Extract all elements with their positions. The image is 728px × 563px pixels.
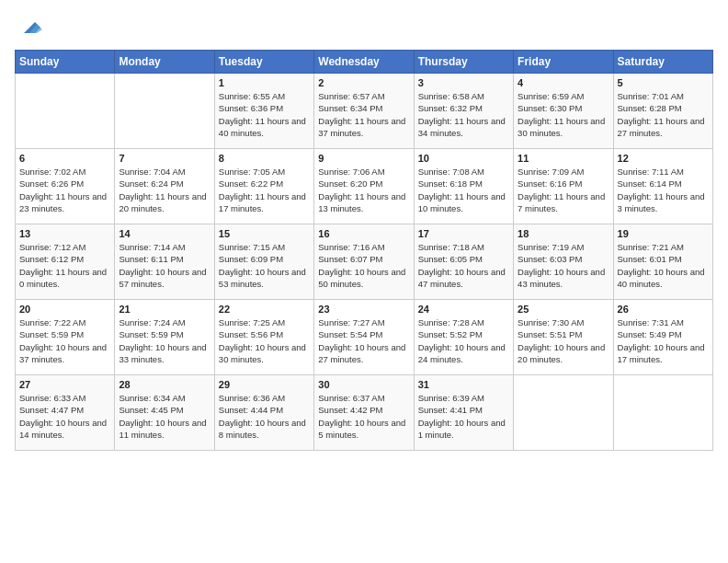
logo <box>15 15 42 40</box>
day-detail: Sunrise: 7:28 AMSunset: 5:52 PMDaylight:… <box>418 316 509 365</box>
logo-icon <box>17 15 42 40</box>
day-number: 8 <box>219 153 310 164</box>
calendar-cell <box>115 74 214 149</box>
day-number: 29 <box>219 379 310 390</box>
calendar-cell: 2Sunrise: 6:57 AMSunset: 6:34 PMDaylight… <box>314 74 414 149</box>
calendar-header-row: SundayMondayTuesdayWednesdayThursdayFrid… <box>16 51 713 74</box>
day-detail: Sunrise: 6:57 AMSunset: 6:34 PMDaylight:… <box>318 90 409 139</box>
calendar-cell <box>613 375 712 451</box>
day-number: 16 <box>318 228 409 239</box>
calendar-cell: 28Sunrise: 6:34 AMSunset: 4:45 PMDayligh… <box>115 375 214 451</box>
calendar-cell <box>514 375 613 451</box>
day-detail: Sunrise: 6:34 AMSunset: 4:45 PMDaylight:… <box>119 392 210 441</box>
calendar-cell: 12Sunrise: 7:11 AMSunset: 6:14 PMDayligh… <box>613 149 712 224</box>
calendar-cell: 11Sunrise: 7:09 AMSunset: 6:16 PMDayligh… <box>514 149 613 224</box>
calendar-cell: 8Sunrise: 7:05 AMSunset: 6:22 PMDaylight… <box>214 149 313 224</box>
calendar-cell: 30Sunrise: 6:37 AMSunset: 4:42 PMDayligh… <box>314 375 414 451</box>
day-number: 7 <box>119 153 210 164</box>
day-number: 2 <box>318 77 409 88</box>
day-detail: Sunrise: 7:02 AMSunset: 6:26 PMDaylight:… <box>19 166 110 214</box>
day-detail: Sunrise: 7:30 AMSunset: 5:51 PMDaylight:… <box>518 316 609 365</box>
calendar-cell: 27Sunrise: 6:33 AMSunset: 4:47 PMDayligh… <box>16 375 115 451</box>
day-number: 27 <box>19 379 110 390</box>
day-detail: Sunrise: 6:59 AMSunset: 6:30 PMDaylight:… <box>518 90 609 139</box>
day-header-monday: Monday <box>115 51 214 74</box>
calendar-cell: 31Sunrise: 6:39 AMSunset: 4:41 PMDayligh… <box>414 375 513 451</box>
day-detail: Sunrise: 7:05 AMSunset: 6:22 PMDaylight:… <box>219 166 310 214</box>
calendar-cell: 24Sunrise: 7:28 AMSunset: 5:52 PMDayligh… <box>414 300 513 375</box>
day-header-saturday: Saturday <box>613 51 712 74</box>
calendar-cell: 10Sunrise: 7:08 AMSunset: 6:18 PMDayligh… <box>414 149 513 224</box>
calendar-cell: 21Sunrise: 7:24 AMSunset: 5:59 PMDayligh… <box>115 300 214 375</box>
calendar-cell: 19Sunrise: 7:21 AMSunset: 6:01 PMDayligh… <box>613 224 712 300</box>
day-number: 18 <box>518 228 609 239</box>
day-number: 25 <box>518 304 609 315</box>
calendar-cell: 14Sunrise: 7:14 AMSunset: 6:11 PMDayligh… <box>115 224 214 300</box>
day-number: 13 <box>19 228 110 239</box>
day-number: 21 <box>119 304 210 315</box>
page-header <box>15 15 713 40</box>
day-detail: Sunrise: 7:04 AMSunset: 6:24 PMDaylight:… <box>119 166 210 214</box>
day-detail: Sunrise: 7:01 AMSunset: 6:28 PMDaylight:… <box>618 90 709 139</box>
calendar-cell <box>16 74 115 149</box>
day-number: 4 <box>518 77 609 88</box>
day-detail: Sunrise: 7:18 AMSunset: 6:05 PMDaylight:… <box>418 241 509 290</box>
calendar-week-3: 13Sunrise: 7:12 AMSunset: 6:12 PMDayligh… <box>16 224 713 300</box>
day-number: 15 <box>219 228 310 239</box>
calendar-cell: 6Sunrise: 7:02 AMSunset: 6:26 PMDaylight… <box>16 149 115 224</box>
calendar-cell: 5Sunrise: 7:01 AMSunset: 6:28 PMDaylight… <box>613 74 712 149</box>
day-header-tuesday: Tuesday <box>214 51 313 74</box>
day-number: 9 <box>318 153 409 164</box>
calendar-cell: 7Sunrise: 7:04 AMSunset: 6:24 PMDaylight… <box>115 149 214 224</box>
day-detail: Sunrise: 7:19 AMSunset: 6:03 PMDaylight:… <box>518 241 609 290</box>
calendar-cell: 13Sunrise: 7:12 AMSunset: 6:12 PMDayligh… <box>16 224 115 300</box>
calendar-table: SundayMondayTuesdayWednesdayThursdayFrid… <box>15 50 713 451</box>
day-detail: Sunrise: 6:58 AMSunset: 6:32 PMDaylight:… <box>418 90 509 139</box>
day-detail: Sunrise: 7:24 AMSunset: 5:59 PMDaylight:… <box>119 316 210 365</box>
day-detail: Sunrise: 7:31 AMSunset: 5:49 PMDaylight:… <box>618 316 709 365</box>
calendar-cell: 15Sunrise: 7:15 AMSunset: 6:09 PMDayligh… <box>214 224 313 300</box>
day-number: 17 <box>418 228 509 239</box>
day-number: 3 <box>418 77 509 88</box>
calendar-cell: 1Sunrise: 6:55 AMSunset: 6:36 PMDaylight… <box>214 74 313 149</box>
day-number: 5 <box>618 77 709 88</box>
day-detail: Sunrise: 7:11 AMSunset: 6:14 PMDaylight:… <box>618 166 709 214</box>
day-header-wednesday: Wednesday <box>314 51 414 74</box>
day-detail: Sunrise: 7:09 AMSunset: 6:16 PMDaylight:… <box>518 166 609 214</box>
day-detail: Sunrise: 6:37 AMSunset: 4:42 PMDaylight:… <box>318 392 409 441</box>
day-number: 1 <box>219 77 310 88</box>
day-number: 6 <box>19 153 110 164</box>
day-detail: Sunrise: 6:39 AMSunset: 4:41 PMDaylight:… <box>418 392 509 441</box>
day-detail: Sunrise: 6:36 AMSunset: 4:44 PMDaylight:… <box>219 392 310 441</box>
day-number: 22 <box>219 304 310 315</box>
calendar-cell: 17Sunrise: 7:18 AMSunset: 6:05 PMDayligh… <box>414 224 513 300</box>
calendar-week-5: 27Sunrise: 6:33 AMSunset: 4:47 PMDayligh… <box>16 375 713 451</box>
day-number: 19 <box>618 228 709 239</box>
calendar-cell: 18Sunrise: 7:19 AMSunset: 6:03 PMDayligh… <box>514 224 613 300</box>
day-detail: Sunrise: 6:55 AMSunset: 6:36 PMDaylight:… <box>219 90 310 139</box>
calendar-week-2: 6Sunrise: 7:02 AMSunset: 6:26 PMDaylight… <box>16 149 713 224</box>
calendar-week-1: 1Sunrise: 6:55 AMSunset: 6:36 PMDaylight… <box>16 74 713 149</box>
calendar-cell: 29Sunrise: 6:36 AMSunset: 4:44 PMDayligh… <box>214 375 313 451</box>
day-number: 31 <box>418 379 509 390</box>
day-number: 28 <box>119 379 210 390</box>
day-detail: Sunrise: 7:08 AMSunset: 6:18 PMDaylight:… <box>418 166 509 214</box>
day-number: 26 <box>618 304 709 315</box>
day-header-sunday: Sunday <box>16 51 115 74</box>
calendar-week-4: 20Sunrise: 7:22 AMSunset: 5:59 PMDayligh… <box>16 300 713 375</box>
day-number: 20 <box>19 304 110 315</box>
calendar-cell: 4Sunrise: 6:59 AMSunset: 6:30 PMDaylight… <box>514 74 613 149</box>
day-number: 10 <box>418 153 509 164</box>
calendar-cell: 20Sunrise: 7:22 AMSunset: 5:59 PMDayligh… <box>16 300 115 375</box>
day-detail: Sunrise: 7:15 AMSunset: 6:09 PMDaylight:… <box>219 241 310 290</box>
day-detail: Sunrise: 7:16 AMSunset: 6:07 PMDaylight:… <box>318 241 409 290</box>
calendar-cell: 23Sunrise: 7:27 AMSunset: 5:54 PMDayligh… <box>314 300 414 375</box>
calendar-cell: 25Sunrise: 7:30 AMSunset: 5:51 PMDayligh… <box>514 300 613 375</box>
calendar-cell: 9Sunrise: 7:06 AMSunset: 6:20 PMDaylight… <box>314 149 414 224</box>
day-detail: Sunrise: 7:12 AMSunset: 6:12 PMDaylight:… <box>19 241 110 290</box>
calendar-cell: 26Sunrise: 7:31 AMSunset: 5:49 PMDayligh… <box>613 300 712 375</box>
day-header-thursday: Thursday <box>414 51 513 74</box>
day-number: 12 <box>618 153 709 164</box>
day-detail: Sunrise: 7:06 AMSunset: 6:20 PMDaylight:… <box>318 166 409 214</box>
day-detail: Sunrise: 7:22 AMSunset: 5:59 PMDaylight:… <box>19 316 110 365</box>
